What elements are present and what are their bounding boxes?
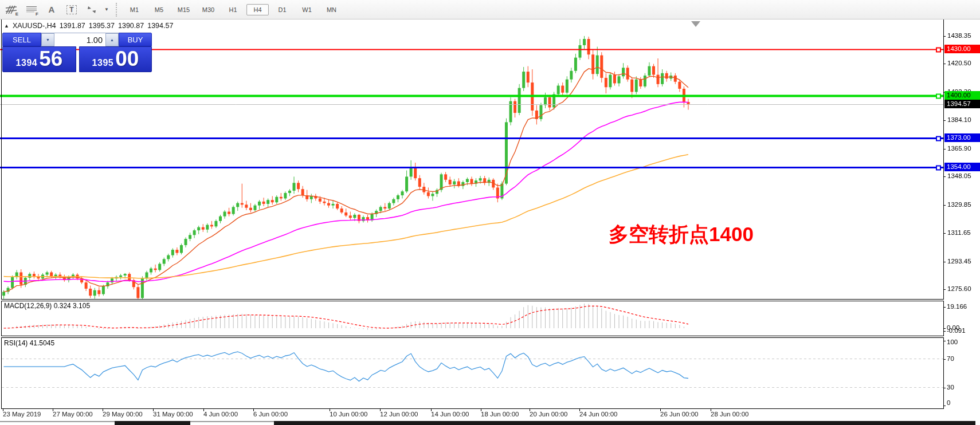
timeframe-button-w1[interactable]: W1 <box>296 4 318 15</box>
date-axis-label: 26 Jun 00:00 <box>660 411 699 418</box>
symbol-title: XAUUSD-,H4 <box>13 22 56 30</box>
sell-button[interactable]: SELL <box>2 33 41 46</box>
ohlc-low: 1390.87 <box>118 22 144 30</box>
price-axis-label: 1275.60 <box>947 285 971 292</box>
date-axis-label: 12 Jun 00:00 <box>380 411 418 418</box>
volume-input[interactable] <box>54 33 105 46</box>
volume-down-button[interactable]: ▼ <box>41 33 54 46</box>
buy-price-small: 1395 <box>92 58 114 68</box>
timeframe-button-m1[interactable]: M1 <box>123 4 146 15</box>
timeframe-button-h1[interactable]: H1 <box>222 4 244 15</box>
price-badge-1354.00: 1354.00 <box>944 163 980 171</box>
price-axis-label: 1365.90 <box>947 145 971 152</box>
rsi-axis-label: 0 <box>947 399 950 406</box>
sell-price-small: 1394 <box>16 58 38 68</box>
horizontal-scrollbar-thumb[interactable] <box>115 421 190 425</box>
rsi-axis-label: 70 <box>947 355 954 362</box>
one-click-collapse-icon[interactable]: ▲ <box>4 23 9 29</box>
icon-sub-f: F <box>36 11 38 17</box>
timeframe-button-mn[interactable]: MN <box>320 4 343 15</box>
price-badge-1373.00: 1373.00 <box>944 133 980 142</box>
timeframe-button-m15[interactable]: M15 <box>173 4 195 15</box>
price-axis-label: 1293.45 <box>947 258 971 265</box>
price-axis-label: 1311.65 <box>947 229 971 236</box>
date-axis-label: 28 Jun 00:00 <box>711 411 749 418</box>
macd-axis-label: 19.166 <box>947 303 967 310</box>
date-axis-label: 20 Jun 00:00 <box>530 411 568 418</box>
ohlc-open: 1391.87 <box>60 22 85 30</box>
price-badge-1430.00: 1430.00 <box>944 45 980 53</box>
price-badge-1394.57: 1394.57 <box>944 100 980 108</box>
date-axis-label: 4 Jun 00:00 <box>203 411 238 418</box>
toolbar-icon-group: E F A T ▼ <box>0 2 111 17</box>
arrow-style-dropdown-caret[interactable]: ▼ <box>104 2 111 17</box>
date-axis-label: 24 Jun 00:00 <box>579 411 618 418</box>
timeframe-button-m30[interactable]: M30 <box>197 4 219 15</box>
sell-price-big: 56 <box>39 47 62 71</box>
volume-control: ▼ ▲ <box>41 33 119 46</box>
price-axis-label: 1329.85 <box>947 201 971 208</box>
date-axis-label: 14 Jun 00:00 <box>431 411 469 418</box>
date-axis-label: 23 May 2019 <box>3 411 41 418</box>
horizontal-scrollbar-bar[interactable] <box>274 421 975 425</box>
chart-annotation-text: 多空转折点1400 <box>609 221 754 248</box>
rsi-label: RSI(14) 41.5045 <box>4 339 54 347</box>
macd-label: MACD(12,26,9) 0.324 3.105 <box>4 302 90 310</box>
timeframe-toolbar: M1M5M15M30H1H4D1W1MN <box>123 4 343 15</box>
price-axis-label: 1438.35 <box>947 32 971 39</box>
date-axis-label: 18 Jun 00:00 <box>481 411 519 418</box>
ohlc-high: 1395.37 <box>89 22 115 30</box>
trading-platform-window: E F A T ▼ M1M5M15M30H1H4D1W1MN ▲ XAUUSD-… <box>0 0 980 425</box>
text-label-icon[interactable]: A <box>44 2 59 17</box>
buy-price-big: 00 <box>115 47 139 71</box>
buy-price-display[interactable]: 1395 00 <box>79 46 152 72</box>
macd-axis-label: -0.091 <box>947 327 966 334</box>
toolbar: E F A T ▼ M1M5M15M30H1H4D1W1MN <box>0 0 980 19</box>
timeframe-button-d1[interactable]: D1 <box>271 4 293 15</box>
one-click-trade-panel: SELL ▼ ▲ BUY 1394 56 1395 00 <box>2 33 152 72</box>
date-axis-label: 27 May 00:00 <box>53 411 93 418</box>
ohlc-close: 1394.57 <box>147 22 173 30</box>
date-axis-label: 10 Jun 00:00 <box>330 411 368 418</box>
text-box-icon[interactable]: T <box>64 2 79 17</box>
timeframe-button-m5[interactable]: M5 <box>148 4 170 15</box>
chart-header: ▲ XAUUSD-,H4 1391.87 1395.37 1390.87 139… <box>4 22 173 30</box>
date-axis-label: 29 May 00:00 <box>103 411 143 418</box>
toolbar-separator <box>116 3 120 17</box>
timeframe-button-h4[interactable]: H4 <box>246 4 269 15</box>
volume-up-button[interactable]: ▲ <box>105 33 119 46</box>
rsi-axis-label: 30 <box>947 384 954 391</box>
grid-dots-icon[interactable]: F <box>24 2 39 17</box>
sell-price-display[interactable]: 1394 56 <box>2 46 76 72</box>
date-axis-label: 6 Jun 00:00 <box>253 411 288 418</box>
price-axis-label: 1420.50 <box>947 60 971 66</box>
price-axis-label: 1348.05 <box>947 172 971 179</box>
indicators-hatch-icon[interactable]: E <box>4 2 19 17</box>
chart-shift-marker-icon[interactable] <box>691 21 700 27</box>
price-axis-label: 1384.10 <box>947 116 971 123</box>
buy-button[interactable]: BUY <box>119 33 152 46</box>
arrow-style-icon[interactable] <box>84 2 99 17</box>
date-axis-label: 31 May 00:00 <box>153 411 193 418</box>
icon-sub-e: E <box>15 11 18 17</box>
price-badge-1400.00: 1400.00 <box>944 91 980 100</box>
rsi-axis-label: 100 <box>947 339 958 345</box>
